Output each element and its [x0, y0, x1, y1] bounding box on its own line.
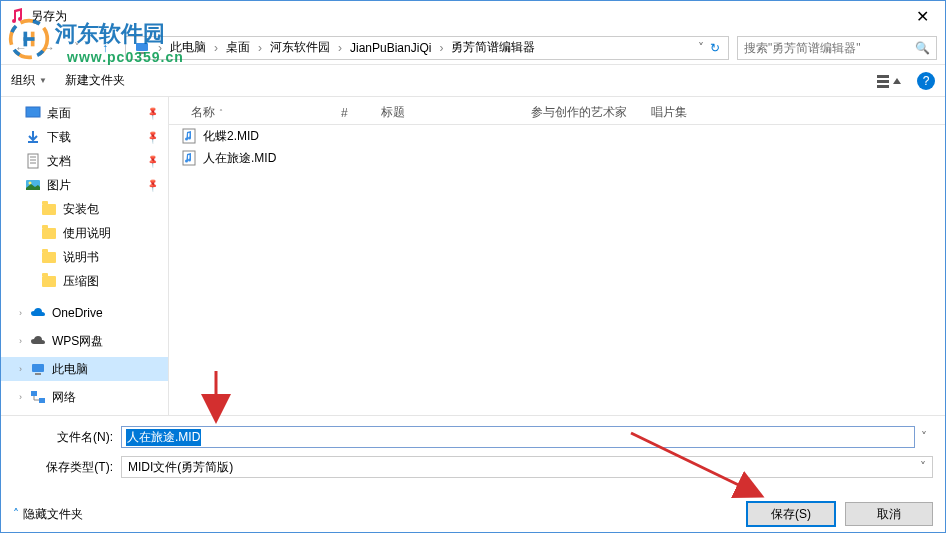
column-title[interactable]: 标题	[371, 104, 521, 121]
new-folder-button[interactable]: 新建文件夹	[65, 72, 125, 89]
recent-dropdown[interactable]: ˅	[65, 36, 89, 60]
sidebar-item-thispc[interactable]: › 此电脑	[1, 357, 168, 381]
back-button[interactable]: ←	[9, 36, 33, 60]
tree-chevron-icon[interactable]: ›	[19, 308, 22, 318]
sidebar-item-onedrive[interactable]: › OneDrive	[1, 301, 168, 325]
svg-rect-1	[139, 52, 145, 54]
column-artist[interactable]: 参与创作的艺术家	[521, 104, 641, 121]
column-album[interactable]: 唱片集	[641, 104, 721, 121]
sidebar-label: WPS网盘	[52, 333, 103, 350]
crumb-folder3[interactable]: 勇芳简谱编辑器	[447, 37, 539, 58]
sidebar-item-pictures[interactable]: 图片	[1, 173, 168, 197]
toolbar: 组织 ▼ 新建文件夹 ?	[1, 65, 945, 97]
sidebar-item-documents[interactable]: 文档	[1, 149, 168, 173]
sidebar-label: 使用说明	[63, 225, 111, 242]
crumb-desktop[interactable]: 桌面	[222, 37, 254, 58]
search-icon[interactable]: 🔍	[915, 41, 930, 55]
crumb-folder2[interactable]: JianPuBianJiQi	[346, 39, 435, 57]
footer: ˄ 隐藏文件夹 保存(S) 取消	[1, 494, 945, 533]
sidebar-item-desktop[interactable]: 桌面	[1, 101, 168, 125]
filetype-label: 保存类型(T):	[13, 459, 121, 476]
pictures-icon	[25, 177, 41, 193]
sidebar-label: 安装包	[63, 201, 99, 218]
filename-input-wrap[interactable]: 人在旅途.MID	[121, 426, 915, 448]
up-button[interactable]: ↑	[93, 36, 117, 60]
column-num[interactable]: #	[331, 106, 371, 120]
app-icon	[9, 8, 25, 24]
svg-rect-18	[183, 151, 195, 165]
sidebar-label: 此电脑	[52, 361, 88, 378]
sidebar-item-downloads[interactable]: 下载	[1, 125, 168, 149]
refresh-icon[interactable]: ↻	[710, 41, 720, 55]
file-name: 化蝶2.MID	[203, 128, 259, 145]
search-box[interactable]: 🔍	[737, 36, 937, 60]
folder-icon	[41, 273, 57, 289]
filename-dropdown-icon[interactable]: ˅	[915, 430, 933, 444]
wps-icon	[30, 333, 46, 349]
tree-chevron-icon[interactable]: ›	[19, 392, 22, 402]
main-area: 桌面 下载 文档 图片 安装包 使用说明 说明书 压缩图	[1, 97, 945, 415]
help-icon[interactable]: ?	[917, 72, 935, 90]
chevron-up-icon: ˄	[13, 507, 19, 521]
sidebar-label: OneDrive	[52, 306, 103, 320]
sidebar-item-wps[interactable]: › WPS网盘	[1, 329, 168, 353]
breadcrumb[interactable]: › 此电脑 › 桌面 › 河东软件园 › JianPuBianJiQi › 勇芳…	[125, 36, 729, 60]
onedrive-icon	[30, 305, 46, 321]
folder-icon	[41, 249, 57, 265]
pc-icon	[30, 361, 46, 377]
new-folder-label: 新建文件夹	[65, 72, 125, 89]
svg-rect-7	[28, 154, 38, 168]
network-icon	[30, 389, 46, 405]
hide-folders-toggle[interactable]: ˄ 隐藏文件夹	[13, 506, 83, 523]
titlebar: 另存为 ✕	[1, 1, 945, 31]
crumb-thispc[interactable]: 此电脑	[166, 37, 210, 58]
save-form: 文件名(N): 人在旅途.MID ˅ 保存类型(T): MIDI文件(勇芳简版)…	[1, 415, 945, 494]
sidebar-item-network[interactable]: › 网络	[1, 385, 168, 409]
svg-rect-16	[39, 398, 45, 403]
file-list-area: 名称˄ # 标题 参与创作的艺术家 唱片集 化蝶2.MID 人在旅途.MID	[169, 97, 945, 415]
sidebar-label: 文档	[47, 153, 71, 170]
hide-folders-label: 隐藏文件夹	[23, 506, 83, 523]
tree-chevron-icon[interactable]: ›	[19, 364, 22, 374]
midi-file-icon	[181, 150, 197, 166]
tree-chevron-icon[interactable]: ›	[19, 336, 22, 346]
sidebar-item-folder4[interactable]: 压缩图	[1, 269, 168, 293]
organize-label: 组织	[11, 72, 35, 89]
sidebar-item-folder2[interactable]: 使用说明	[1, 221, 168, 245]
window-title: 另存为	[31, 8, 899, 25]
close-button[interactable]: ✕	[899, 1, 945, 31]
cancel-button[interactable]: 取消	[845, 502, 933, 526]
sidebar: 桌面 下载 文档 图片 安装包 使用说明 说明书 压缩图	[1, 97, 169, 415]
sidebar-item-folder1[interactable]: 安装包	[1, 197, 168, 221]
sort-asc-icon: ˄	[219, 108, 223, 117]
view-options-button[interactable]	[875, 71, 907, 91]
chevron-right-icon: ›	[258, 41, 262, 55]
file-row[interactable]: 化蝶2.MID	[169, 125, 945, 147]
sidebar-label: 桌面	[47, 105, 71, 122]
crumb-folder1[interactable]: 河东软件园	[266, 37, 334, 58]
pc-icon	[134, 40, 150, 56]
column-name[interactable]: 名称˄	[181, 104, 331, 121]
navbar: ← → ˅ ↑ › 此电脑 › 桌面 › 河东软件园 › JianPuBianJ…	[1, 31, 945, 65]
organize-menu[interactable]: 组织 ▼	[11, 72, 47, 89]
chevron-down-icon[interactable]: ˅	[698, 41, 704, 55]
svg-rect-15	[31, 391, 37, 396]
col-label: 名称	[191, 104, 215, 121]
chevron-right-icon: ›	[338, 41, 342, 55]
folder-icon	[41, 225, 57, 241]
file-row[interactable]: 人在旅途.MID	[169, 147, 945, 169]
forward-button[interactable]: →	[37, 36, 61, 60]
filetype-select[interactable]: MIDI文件(勇芳简版) ˅	[121, 456, 933, 478]
chevron-right-icon: ›	[439, 41, 443, 55]
sidebar-item-folder3[interactable]: 说明书	[1, 245, 168, 269]
svg-rect-2	[877, 75, 889, 78]
folder-icon	[41, 201, 57, 217]
column-headers: 名称˄ # 标题 参与创作的艺术家 唱片集	[169, 101, 945, 125]
search-input[interactable]	[744, 41, 915, 55]
sidebar-label: 网络	[52, 389, 76, 406]
save-button[interactable]: 保存(S)	[747, 502, 835, 526]
filename-label: 文件名(N):	[13, 429, 121, 446]
desktop-icon	[25, 105, 41, 121]
filename-input[interactable]: 人在旅途.MID	[126, 429, 201, 446]
svg-rect-17	[183, 129, 195, 143]
